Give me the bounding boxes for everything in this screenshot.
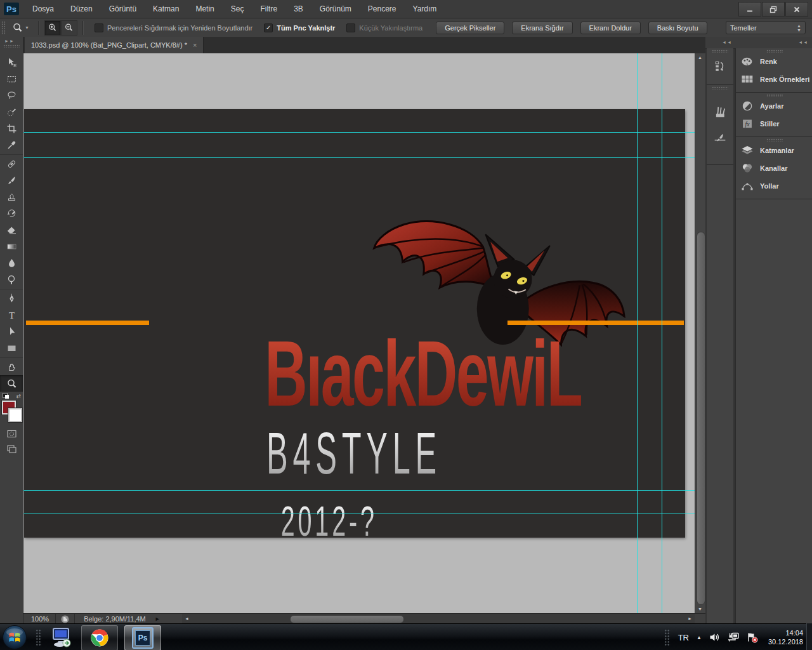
updown-arrows-icon: ▲▼ — [797, 23, 801, 32]
quick-mask-button[interactable] — [0, 426, 23, 441]
blur-tool[interactable] — [0, 255, 23, 271]
scroll-right-icon[interactable]: ► — [688, 616, 692, 621]
dodge-tool[interactable] — [0, 271, 23, 288]
options-button[interactable]: Gerçek Pikseller — [436, 22, 504, 34]
zoom-level-field[interactable]: 100% — [23, 615, 55, 623]
document-tab[interactable]: 1033.psd @ 100% (Bat_PNG_Clipart, CMYK/8… — [25, 37, 204, 53]
options-button[interactable]: Baskı Boyutu — [648, 22, 707, 34]
status-flyout-icon[interactable]: ► — [155, 616, 163, 622]
zoom-out-button[interactable] — [61, 20, 77, 36]
hidden-icons-arrow[interactable]: ▲ — [697, 635, 702, 640]
expand-panel-icon[interactable]: ►► — [0, 39, 23, 43]
close-icon[interactable]: × — [193, 41, 197, 49]
horizontal-scrollbar[interactable]: ◄ ► — [182, 613, 695, 624]
menu-item[interactable]: Seç — [223, 0, 252, 18]
menu-item[interactable]: Görünüm — [311, 0, 360, 18]
zoom-in-button[interactable] — [44, 20, 61, 36]
panel-swatches[interactable]: Renk Örnekleri — [736, 70, 812, 88]
volume-icon[interactable] — [709, 632, 720, 642]
menu-item[interactable]: Yardım — [405, 0, 445, 18]
minimize-button[interactable] — [738, 2, 761, 17]
canvas-area: 1033.psd @ 100% (Bat_PNG_Clipart, CMYK/8… — [23, 37, 705, 623]
menu-item[interactable]: Pencere — [360, 0, 405, 18]
chevron-down-icon: ▼ — [25, 25, 29, 30]
language-indicator[interactable]: TR — [678, 633, 689, 642]
spot-healing-brush-tool[interactable] — [0, 154, 23, 172]
rectangular-marquee-tool[interactable] — [0, 70, 23, 87]
workspace-select[interactable]: Temeller ▲▼ — [726, 21, 806, 34]
options-button[interactable]: Ekranı Doldur — [580, 22, 641, 34]
remote-desktop-icon[interactable] — [49, 627, 74, 648]
panel-grip[interactable] — [712, 86, 728, 90]
options-checkbox[interactable]: Pencereleri Sığdırmak için Yeniden Boyut… — [95, 23, 252, 32]
options-checkbox[interactable]: Küçük Yakınlaştırma — [346, 23, 422, 32]
quick-selection-tool[interactable] — [0, 103, 23, 120]
current-tool-zoom[interactable]: ▼ — [12, 22, 29, 33]
clock[interactable]: 14:04 30.12.2018 — [768, 628, 803, 646]
chrome-taskbar-button[interactable] — [81, 625, 118, 650]
menu-item[interactable]: Görüntü — [101, 0, 145, 18]
show-desktop-button[interactable] — [806, 623, 812, 650]
network-icon[interactable] — [728, 632, 739, 642]
eyedropper-tool[interactable] — [0, 136, 23, 153]
panel-paths[interactable]: Yollar — [736, 177, 812, 195]
window-controls — [738, 2, 808, 17]
scroll-down-icon[interactable]: ▼ — [698, 607, 702, 611]
rectangle-tool[interactable] — [0, 340, 23, 356]
vertical-scrollbar[interactable]: ▲ ▼ — [695, 53, 705, 613]
horizontal-scrollbar-thumb[interactable] — [290, 615, 404, 623]
panel-channels[interactable]: Kanallar — [736, 159, 812, 177]
vertical-scrollbar-thumb[interactable] — [697, 232, 705, 605]
scroll-left-icon[interactable]: ◄ — [185, 616, 189, 621]
gradient-tool[interactable] — [0, 238, 23, 255]
brush-tool[interactable] — [0, 172, 23, 189]
pen-tool[interactable] — [0, 289, 23, 307]
collapse-panels-icon[interactable]: ◄◄ — [722, 40, 732, 44]
photoshop-taskbar-button[interactable]: Ps — [124, 625, 161, 650]
options-button[interactable]: Ekrana Sığdır — [512, 22, 572, 34]
swap-colors-icon[interactable]: ⇄ — [16, 393, 21, 399]
panel-styles[interactable]: Stiller — [736, 115, 812, 133]
panel-layers[interactable]: Katmanlar — [736, 142, 812, 159]
menu-item[interactable]: Düzen — [62, 0, 101, 18]
background-color-swatch[interactable] — [8, 408, 22, 422]
close-button[interactable] — [785, 2, 808, 17]
menu-item[interactable]: Filtre — [252, 0, 285, 18]
start-button[interactable] — [2, 625, 27, 650]
tools-panel-grip[interactable] — [3, 44, 20, 48]
document-viewport[interactable]: BıackDewiL B4STYLE 2012-? ▲ ▼ — [23, 53, 705, 613]
menu-item[interactable]: Metin — [187, 0, 222, 18]
hand-tool[interactable] — [0, 357, 23, 375]
clone-source-panel-button[interactable] — [707, 125, 733, 152]
move-tool[interactable] — [0, 54, 23, 70]
collapse-panels-icon[interactable]: ◄◄ — [798, 40, 808, 44]
options-checkbox[interactable]: Tüm Pnc Yaknlştr — [264, 23, 335, 32]
history-panel-button[interactable] — [707, 53, 733, 79]
type-tool[interactable] — [0, 307, 23, 323]
guide-horizontal — [23, 157, 695, 158]
eraser-tool[interactable] — [0, 222, 23, 238]
history-brush-tool[interactable] — [0, 205, 23, 222]
screen-mode-button[interactable] — [0, 441, 23, 456]
panel-icon-strip — [707, 48, 733, 623]
zoom-tool[interactable] — [0, 375, 23, 392]
default-colors-icon[interactable] — [3, 393, 10, 399]
tray-grip[interactable] — [664, 629, 671, 646]
menu-item[interactable]: Katman — [145, 0, 187, 18]
lasso-tool[interactable] — [0, 87, 23, 103]
taskbar-grip[interactable] — [36, 629, 42, 646]
action-center-flag-icon[interactable] — [747, 632, 758, 643]
clone-stamp-tool[interactable] — [0, 189, 23, 205]
options-bar-grip[interactable] — [1, 21, 6, 35]
menu-item[interactable]: 3B — [285, 0, 311, 18]
brush-presets-panel-button[interactable] — [707, 98, 733, 125]
menu-item[interactable]: Dosya — [24, 0, 62, 18]
panel-adjustments[interactable]: Ayarlar — [736, 97, 812, 115]
color-swatches: ⇄ — [0, 393, 23, 426]
checkbox-icon — [346, 23, 355, 32]
panel-color[interactable]: Renk — [736, 53, 812, 70]
path-selection-tool[interactable] — [0, 323, 23, 340]
restore-button[interactable] — [762, 2, 785, 17]
scroll-up-icon[interactable]: ▲ — [698, 55, 702, 60]
crop-tool[interactable] — [0, 120, 23, 136]
